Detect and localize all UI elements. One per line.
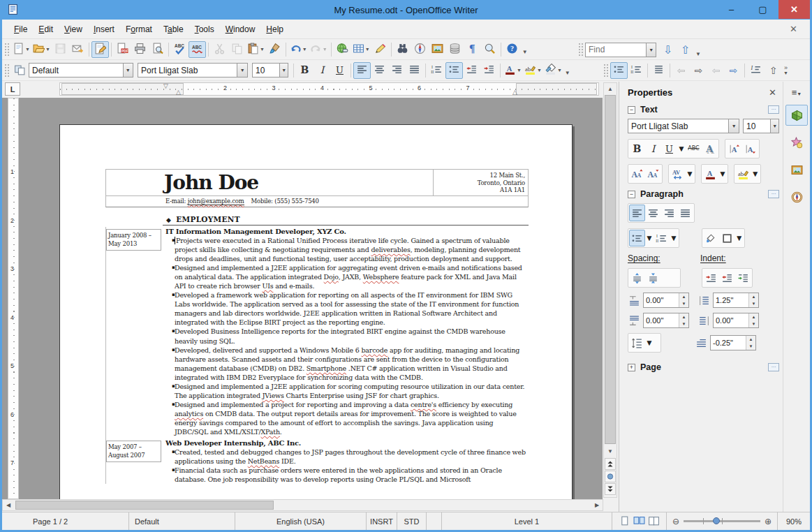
tab-navigator[interactable] [785, 186, 808, 207]
before-indent-input[interactable] [714, 293, 748, 307]
new-document-button[interactable]: ▼ [11, 41, 31, 58]
book-view-button[interactable] [647, 515, 660, 528]
auto-spellcheck-button[interactable]: ABC [189, 41, 206, 58]
chevron-down-icon[interactable]: ▼ [645, 233, 654, 243]
below-paragraph-spacing-field[interactable]: ▲▼ [643, 313, 689, 328]
collapse-icon[interactable]: − [628, 106, 635, 114]
switch-indent-button[interactable] [735, 269, 751, 286]
vertical-scroll-thumb[interactable] [605, 95, 616, 444]
find-input-combo[interactable]: ▼ [585, 43, 656, 57]
decrease-indent-button[interactable] [719, 269, 735, 286]
paragraph-style-combo[interactable]: ▼ [29, 63, 133, 77]
page-number-field[interactable]: Page 1 / 2 [2, 512, 129, 530]
demote-button[interactable]: ⇨ [690, 62, 707, 79]
dialog-launcher-icon[interactable]: ⋯ [768, 105, 779, 114]
find-previous-button[interactable]: ⇧ [677, 41, 694, 58]
chevron-down-icon[interactable]: ▼ [279, 64, 288, 77]
spin-up-icon[interactable]: ▲ [746, 336, 755, 343]
undo-button[interactable]: ▼ [288, 41, 309, 58]
above-paragraph-spacing-field[interactable]: ▲▼ [643, 293, 689, 308]
before-text-indent-field[interactable]: ▲▼ [713, 293, 759, 308]
scroll-left-icon[interactable]: ◀ [3, 500, 14, 510]
chevron-down-icon[interactable]: ▼ [770, 119, 778, 133]
menu-table[interactable]: Table [158, 22, 189, 37]
outline-level-field[interactable]: Level 1 [442, 512, 612, 530]
chevron-down-icon[interactable]: ▼ [735, 233, 744, 243]
horizontal-scrollbar[interactable]: ◀ ▶ [2, 499, 603, 511]
decrease-spacing-button[interactable] [645, 269, 661, 286]
toolbar-grip[interactable] [4, 43, 9, 57]
menu-file[interactable]: File [8, 22, 33, 37]
spin-up-icon[interactable]: ▲ [749, 313, 758, 320]
move-up-button[interactable]: ⇧ [765, 62, 782, 79]
toolbar-overflow-icon[interactable]: ▼ [521, 47, 529, 57]
spin-down-icon[interactable]: ▼ [749, 300, 758, 307]
sidebar-settings-icon[interactable]: ≡▼ [792, 87, 802, 98]
tab-stop-selector[interactable]: L [5, 82, 20, 96]
chevron-down-icon[interactable]: ▼ [645, 338, 654, 348]
font-color-button[interactable]: A [702, 165, 718, 182]
toolbar-grip[interactable] [578, 43, 583, 57]
above-spacing-input[interactable] [644, 293, 679, 307]
multi-page-view-button[interactable] [633, 515, 646, 528]
toolbar-grip[interactable] [4, 64, 9, 77]
draw-functions-button[interactable] [371, 41, 389, 58]
sidebar-font-size-input[interactable] [744, 119, 770, 133]
align-left-button[interactable] [629, 205, 645, 221]
find-input[interactable] [586, 43, 646, 57]
toolbar-overflow-icon[interactable]: ▼ [563, 68, 572, 77]
after-text-indent-field[interactable]: ▲▼ [713, 313, 759, 328]
numbered-list-button[interactable]: III [628, 62, 645, 79]
align-justify-button[interactable] [677, 205, 693, 221]
gallery-button[interactable] [429, 41, 446, 58]
underline-button[interactable]: U [661, 140, 677, 157]
sidebar-font-size-combo[interactable]: ▼ [743, 119, 779, 133]
bullet-list-button[interactable] [610, 62, 628, 79]
zoom-in-icon[interactable]: ⊕ [765, 517, 772, 526]
right-indent-marker[interactable]: △ [512, 89, 517, 96]
menu-window[interactable]: Window [220, 22, 261, 37]
spin-up-icon[interactable]: ▲ [749, 293, 758, 300]
bold-button[interactable]: B [296, 62, 313, 79]
align-right-button[interactable] [388, 62, 406, 79]
underline-button[interactable]: U [331, 62, 348, 79]
navigator-button[interactable] [411, 41, 429, 58]
language-field[interactable]: English (USA) [235, 512, 367, 530]
bold-button[interactable]: B [629, 140, 645, 157]
paragraph-style-button[interactable] [11, 62, 29, 79]
horizontal-scroll-thumb[interactable] [15, 501, 274, 510]
first-line-indent-marker[interactable]: ▽ [163, 83, 168, 89]
menu-view[interactable]: View [59, 22, 88, 37]
font-size-input[interactable] [253, 64, 279, 77]
insert-unnumbered-button[interactable]: I [747, 62, 765, 79]
close-sidebar-icon[interactable]: ✕ [766, 87, 779, 98]
page-style-field[interactable]: Default [129, 512, 235, 530]
demote-sub-button[interactable]: ⇨ [725, 62, 742, 79]
chevron-down-icon[interactable]: ▼ [237, 64, 247, 77]
export-pdf-button[interactable]: PDF [114, 41, 131, 58]
dialog-launcher-icon[interactable]: ⋯ [768, 363, 779, 371]
toolbar-overflow-icon[interactable]: »▼ [782, 64, 790, 77]
print-button[interactable] [131, 41, 149, 58]
bullet-list-button[interactable] [629, 230, 645, 246]
print-preview-button[interactable] [149, 41, 166, 58]
grow-font-button[interactable]: AA [629, 165, 645, 182]
increase-indent-button[interactable] [703, 269, 719, 286]
shrink-font-button[interactable]: AA [645, 165, 661, 182]
align-left-button[interactable] [353, 62, 371, 79]
increase-spacing-button[interactable] [629, 269, 645, 286]
highlight-color-button[interactable]: ab▼ [523, 62, 543, 79]
highlight-color-button[interactable]: ab [735, 165, 751, 182]
chevron-down-icon[interactable]: ▼ [728, 119, 739, 133]
previous-page-button[interactable] [605, 458, 616, 470]
toolbar-overflow-icon[interactable]: ▼ [694, 50, 702, 59]
data-sources-button[interactable] [446, 41, 464, 58]
increase-indent-button[interactable] [480, 62, 498, 79]
spin-down-icon[interactable]: ▼ [679, 300, 688, 307]
single-page-view-button[interactable] [618, 515, 631, 528]
numbered-list-button[interactable]: III [428, 62, 445, 79]
scroll-right-icon[interactable]: ▶ [591, 500, 603, 510]
selection-mode-field[interactable]: STD [397, 512, 427, 530]
tab-styles[interactable] [785, 132, 808, 153]
hyperlink-button[interactable] [334, 41, 351, 58]
